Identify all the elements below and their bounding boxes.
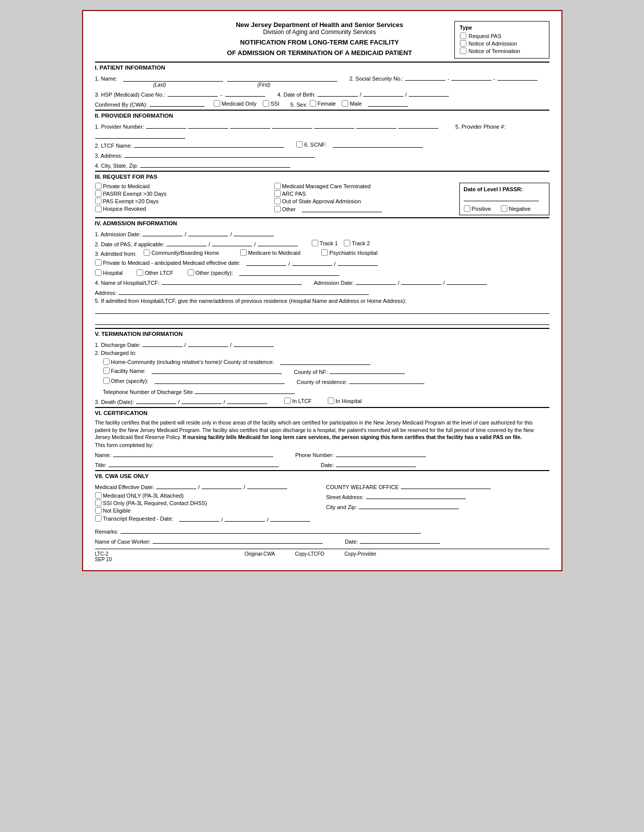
cwa-transcript-check[interactable]: Transcript Requested - Date: [95,515,174,522]
county-nf-field[interactable] [330,367,405,374]
cert-title-field[interactable] [109,460,279,467]
female-check[interactable]: Female [310,100,336,107]
in-hospital-checkbox[interactable] [328,397,334,404]
pas-managed-care[interactable]: Medicaid Managed Care Terminated [274,183,449,189]
city-field[interactable] [140,161,290,168]
disc-month[interactable] [143,340,183,347]
other-specify-checkbox[interactable] [188,269,194,276]
cwa-street-field[interactable] [366,492,466,499]
medicaid-only-checkbox[interactable] [214,100,220,107]
cwa-tr-year[interactable] [270,515,310,522]
cwa-eff-day[interactable] [202,482,242,489]
cert-name-field[interactable] [113,450,273,457]
ssi-check[interactable]: SSI [263,100,280,107]
telephone-field[interactable] [195,387,295,394]
county-residence-field[interactable] [349,377,424,384]
male-check[interactable]: Male [342,100,362,107]
pas-hospice[interactable]: Hospice Revoked [95,205,270,212]
pas-private-medicaid[interactable]: Private to Medicaid [95,183,270,189]
community-check[interactable]: Community/Boarding Home [144,249,219,256]
prev-residence-field[interactable] [95,307,549,314]
pas-other-check[interactable]: Other [274,206,296,212]
adm-year[interactable] [234,229,274,236]
ssn-field3[interactable] [497,74,537,81]
ltcf-field[interactable] [134,141,284,148]
female-checkbox[interactable] [310,100,316,107]
adm2-day[interactable] [401,278,441,285]
pas-out-of-state[interactable]: Out of State Approval Admission [274,198,449,204]
male-checkbox[interactable] [342,100,348,107]
cwa-city-zip-field[interactable] [359,502,459,509]
other-specify-check[interactable]: Other (specify): [188,269,233,276]
cert-date-field[interactable] [336,460,416,467]
cwa-eff-year[interactable] [247,482,287,489]
medicare-checkbox[interactable] [240,249,247,256]
name-last-field[interactable] [123,75,223,82]
other-specify-term-check[interactable]: Other (specify): [103,377,149,384]
cwa-transcript-checkbox[interactable] [95,515,102,522]
cwa-not-eligible-checkbox[interactable] [95,507,102,514]
cwa-eff-month[interactable] [156,482,196,489]
other-ltcf-check[interactable]: Other LTCF [137,269,173,276]
pas-pasrr[interactable]: PASRR Exempt >30 Days [95,190,270,197]
adm-day[interactable] [188,229,228,236]
cwa-ssi-checkbox[interactable] [95,500,102,506]
pn1[interactable] [146,122,186,129]
pas-other-field[interactable] [302,205,382,212]
pas-year2[interactable] [258,239,298,246]
dob-year[interactable] [409,90,449,97]
address2-field[interactable] [119,288,369,295]
case-worker-field[interactable] [153,537,323,544]
pm-day[interactable] [292,259,332,266]
home-community-check[interactable]: Home-Community (including relative's hom… [103,358,274,365]
pn7[interactable] [398,122,438,129]
cwa-not-eligible-check[interactable]: Not Eligible [95,507,131,514]
hospital-checkbox[interactable] [95,269,102,276]
community-checkbox[interactable] [144,249,150,256]
facility-name-field[interactable] [152,367,282,374]
positive-check[interactable]: Positive [464,205,491,212]
death-day[interactable] [182,397,222,404]
ssn-field2[interactable] [451,74,491,81]
cwa-tr-month[interactable] [179,515,219,522]
medicare-check[interactable]: Medicare to Medicaid [240,249,301,256]
sex-field[interactable] [368,100,408,107]
negative-check[interactable]: Negative [501,205,530,212]
cwa-date-field[interactable] [360,537,440,544]
confirmed-field[interactable] [150,100,205,107]
in-ltcf-checkbox[interactable] [284,397,291,404]
address-field[interactable] [125,151,315,158]
type-notice-termination-checkbox[interactable] [460,48,466,54]
adm-month[interactable] [143,229,183,236]
pm-year[interactable] [338,259,378,266]
adm2-year[interactable] [447,278,487,285]
psychiatric-check[interactable]: Psychiatric Hospital [321,249,377,256]
ssi-checkbox[interactable] [263,100,269,107]
hospital-ltcf-field[interactable] [162,278,302,285]
pm-month[interactable] [246,259,286,266]
in-hospital-check[interactable]: In Hospital [328,397,362,404]
other-specify-term-field[interactable] [155,377,285,384]
home-community-checkbox[interactable] [103,358,110,365]
remarks-field[interactable] [121,527,421,534]
cwa-medicaid-only-check[interactable]: Medicaid ONLY (PA-3L Attached) [95,492,184,499]
disc-day[interactable] [188,340,228,347]
medicaid-only-check[interactable]: Medicaid Only [214,100,257,107]
dob-month[interactable] [318,90,358,97]
hsp-field2[interactable] [225,90,265,97]
pas-exempt[interactable]: PAS Exempt >20 Days [95,198,270,204]
pas-arc[interactable]: ARC PAS [274,190,449,197]
death-month[interactable] [136,397,176,404]
hsp-field1[interactable] [168,90,218,97]
adm2-month[interactable] [356,278,396,285]
pas-month2[interactable] [167,239,207,246]
facility-checkbox[interactable] [103,367,110,374]
prev-residence-field2[interactable] [95,318,549,325]
dob-day[interactable] [363,90,403,97]
pas-date-field[interactable] [464,194,539,201]
scnf-check[interactable]: 6. SCNF: [296,141,327,148]
in-ltcf-check[interactable]: In LTCF [284,397,312,404]
scnf-field[interactable] [333,141,423,148]
track1-checkbox[interactable] [312,240,318,246]
facility-check[interactable]: Facility Name: [103,367,146,374]
